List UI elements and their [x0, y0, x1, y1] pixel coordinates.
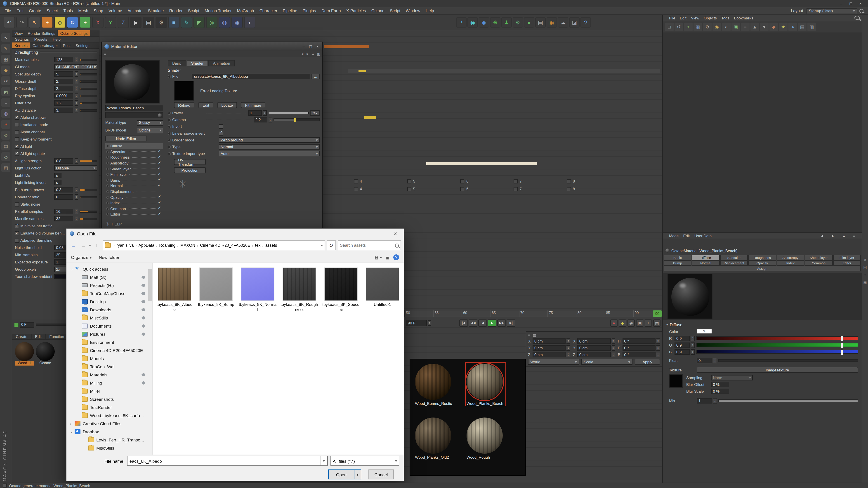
dock-tool-icon[interactable]: ▨: [1, 163, 10, 172]
channel-row[interactable]: Index: [105, 200, 163, 206]
file-item[interactable]: tbykeacs_8K_Normal: [239, 267, 277, 312]
search-icon[interactable]: [860, 9, 864, 13]
channel-checkbox[interactable]: [158, 161, 162, 166]
keyframe-icon[interactable]: ▣: [636, 320, 643, 327]
menu-item[interactable]: Mesh: [75, 8, 91, 13]
next-frame-button[interactable]: ▶▶: [497, 320, 506, 327]
object-manager-icon[interactable]: ▤: [798, 23, 807, 31]
object-manager-icon[interactable]: ⚙: [703, 23, 712, 31]
stepper-icon[interactable]: [74, 57, 78, 62]
render-settings-menu-item[interactable]: Help: [50, 37, 63, 41]
material-preview-box[interactable]: [105, 60, 160, 103]
dock-tool-icon[interactable]: ✎: [1, 44, 10, 53]
back-icon[interactable]: ◄: [301, 52, 304, 56]
object-manager-icon[interactable]: ▲: [750, 23, 759, 31]
stepper-icon[interactable]: [74, 78, 78, 84]
edge-icon[interactable]: ◈: [864, 258, 866, 262]
menu-item[interactable]: Plugins: [300, 8, 319, 13]
setting-slider[interactable]: [80, 196, 97, 198]
sidebar-item[interactable]: Projects (H:): [66, 281, 147, 289]
sidebar-item[interactable]: TopCon_Wall: [66, 362, 147, 370]
dock-tool-icon[interactable]: ◍: [1, 109, 10, 118]
coordinate-system-dropdown[interactable]: World: [528, 359, 579, 365]
octane-texture-icon[interactable]: ▦: [547, 17, 557, 28]
stepper-icon[interactable]: [691, 342, 695, 348]
search-box[interactable]: [338, 240, 401, 250]
stepper-icon[interactable]: [74, 107, 78, 113]
maximize-icon[interactable]: [309, 44, 312, 48]
pass-cell[interactable]: 8: [567, 179, 575, 184]
coordinate-field[interactable]: 0 °: [622, 338, 655, 344]
menu-item[interactable]: Octane: [369, 8, 387, 13]
setting-value[interactable]: 3.: [54, 107, 73, 113]
assign-tab[interactable]: Assign: [664, 266, 861, 271]
close-icon[interactable]: ✕: [390, 231, 401, 236]
file-name-input[interactable]: [128, 458, 320, 463]
file-type-dropdown[interactable]: All files (*.*): [331, 456, 399, 466]
setting-dropdown[interactable]: GI_AMBIENT_OCCLUSIO: [54, 64, 97, 70]
play-button[interactable]: ▶: [488, 320, 496, 327]
channel-row[interactable]: Common: [105, 206, 163, 212]
setting-slider[interactable]: [80, 218, 97, 220]
setting-value[interactable]: 16.: [54, 209, 73, 214]
breadcrumb-segment[interactable]: assets: [265, 243, 278, 248]
material-thumbnail[interactable]: Wood_Planks_Old2: [414, 417, 454, 459]
connection-dot-icon[interactable]: [168, 152, 171, 155]
pass-cell[interactable]: 7: [514, 179, 522, 184]
channel-tab[interactable]: Specular: [720, 255, 748, 260]
material-slot[interactable]: Wood_1: [15, 342, 34, 365]
edge-icon[interactable]: +: [864, 273, 866, 277]
pass-checkbox-icon[interactable]: [354, 187, 358, 191]
power-slider[interactable]: [268, 111, 309, 114]
coordinate-field[interactable]: 0 °: [622, 345, 655, 350]
object-manager-icon[interactable]: □: [665, 23, 674, 31]
mix-value-field[interactable]: 1.: [697, 398, 712, 403]
close-icon[interactable]: [316, 44, 319, 48]
current-frame-field[interactable]: 90 F: [406, 320, 427, 326]
menu-item[interactable]: Snap: [91, 8, 106, 13]
object-manager-icon[interactable]: ▦: [693, 23, 702, 31]
setting-value[interactable]: 1.2: [54, 100, 73, 106]
object-manager-icon[interactable]: ◆: [770, 23, 778, 31]
undo-icon[interactable]: ↶: [4, 17, 15, 28]
file-item[interactable]: Untitled-1: [364, 267, 401, 307]
minimize-icon[interactable]: [840, 1, 842, 6]
texture-thumbnail[interactable]: [669, 374, 683, 388]
connection-dot-icon[interactable]: [168, 111, 171, 115]
channel-tab[interactable]: Bump: [664, 260, 691, 266]
menu-item[interactable]: Dem Earth: [319, 8, 344, 13]
setting-value[interactable]: 0.8: [54, 158, 73, 164]
channel-row[interactable]: Diffuse: [105, 143, 163, 149]
combo-caret-icon[interactable]: ▾: [320, 456, 327, 465]
setting-value[interactable]: s: [54, 173, 61, 178]
blur-offset-field[interactable]: 0 %: [711, 382, 729, 387]
setting-slider[interactable]: [80, 73, 97, 75]
dialog-titlebar[interactable]: Open File ✕: [66, 229, 404, 238]
setting-checkbox[interactable]: [15, 202, 19, 206]
sidebar-item[interactable]: Wood_tbykeacs_8K_surface_ms: [66, 411, 147, 419]
setting-slider[interactable]: [80, 189, 97, 191]
setting-slider[interactable]: [80, 80, 97, 83]
file-path-field[interactable]: assets\tbykeacs_8K_Albedo.jpg: [192, 74, 310, 79]
last-tool-icon[interactable]: +: [80, 17, 91, 28]
array-icon[interactable]: ▦: [231, 17, 243, 28]
setting-slider[interactable]: [80, 210, 97, 213]
edge-icon[interactable]: ▦: [863, 281, 867, 285]
pass-checkbox-icon[interactable]: [460, 179, 465, 183]
pass-checkbox-icon[interactable]: [567, 187, 571, 191]
channel-row[interactable]: Sheen layer: [105, 166, 163, 172]
channel-tab[interactable]: Diffuse: [692, 255, 720, 260]
dock-tool-icon[interactable]: ◩: [1, 87, 10, 96]
breadcrumb-segment[interactable]: AppData: [138, 243, 155, 248]
dock-tool-icon[interactable]: ◆: [1, 66, 10, 74]
dock-tool-icon[interactable]: ✂: [1, 76, 10, 86]
object-manager-icon[interactable]: ▣: [732, 23, 740, 31]
previous-frame-button[interactable]: ◀: [478, 320, 487, 327]
scale-mode-dropdown[interactable]: Scale: [581, 359, 632, 365]
stepper-icon[interactable]: [612, 352, 615, 357]
pass-cell[interactable]: 7: [514, 187, 522, 191]
octane-proxy-icon[interactable]: ♟: [501, 17, 512, 28]
texture-action-button[interactable]: Fit Image: [241, 102, 265, 108]
object-manager-icon[interactable]: ▥: [807, 23, 816, 31]
menu-item[interactable]: Motion Tracker: [202, 8, 235, 13]
